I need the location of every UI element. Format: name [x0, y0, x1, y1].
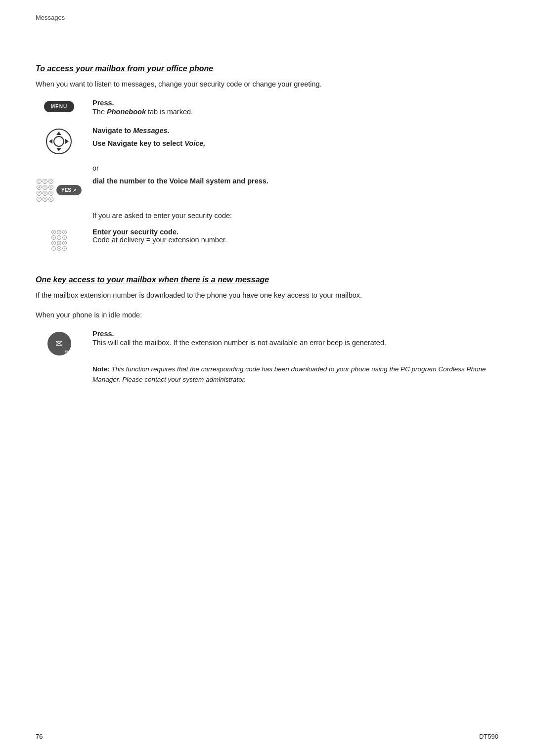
enter-sub: Code at delivery = your extension number… — [92, 236, 498, 244]
nav-arrow-down-icon — [56, 148, 61, 151]
nav-arrow-right-icon — [65, 139, 69, 144]
kd11: 0 — [43, 197, 47, 202]
skd1: 1 — [51, 230, 56, 234]
msg-icon-r: R — [65, 350, 68, 355]
kd10: * — [37, 197, 42, 202]
kd5: 5 — [43, 185, 47, 190]
use-navigate-em: Voice, — [184, 139, 205, 147]
message-icon: ✉ R — [47, 332, 71, 356]
section-access-mailbox: To access your mailbox from your office … — [36, 64, 498, 251]
small-keypad-col: 1 2 3 4 5 6 7 8 9 * 0 # — [36, 228, 83, 251]
note-body: This function requires that the correspo… — [92, 365, 486, 383]
step1-row: MENU Press. The Phonebook tab is marked. — [36, 99, 498, 118]
section2-press-row: ✉ R Press. This will call the mailbox. I… — [36, 330, 498, 356]
note-label: Note: — [92, 365, 110, 373]
note-box: Note: This function requires that the co… — [92, 364, 498, 385]
use-navigate-text: Use Navigate key to select — [92, 139, 184, 147]
section2-press-label: Press. — [92, 330, 498, 338]
skd10: * — [51, 246, 56, 251]
step4-row: 1 2 3 4 5 6 7 8 9 * 0 # — [36, 177, 498, 202]
small-keypad-icon: 1 2 3 4 5 6 7 8 9 * 0 # — [51, 230, 67, 251]
nav-key-icon-col — [36, 127, 83, 155]
step2-navigate-label: Navigate to Messages. — [92, 127, 498, 134]
section-one-key-access: One key access to your mailbox when ther… — [36, 275, 498, 385]
yes-label: YES — [61, 187, 71, 193]
kd2: 2 — [43, 179, 47, 184]
nav-arrow-up-icon — [56, 132, 61, 135]
msg-icon-col: ✉ R — [36, 330, 83, 356]
skd8: 8 — [57, 241, 61, 245]
skd2: 2 — [57, 230, 61, 234]
navigate-to-text: Navigate to — [92, 127, 133, 134]
keypad-grid-icon: 1 2 3 4 5 6 7 8 9 * 0 # — [37, 179, 53, 202]
kd8: 8 — [43, 191, 47, 196]
enter-label: Enter your security code. — [92, 228, 498, 236]
skd7: 7 — [51, 241, 56, 245]
nav-key-center — [53, 136, 64, 147]
if-asked-text: If you are asked to enter your security … — [92, 211, 498, 222]
section1-title: To access your mailbox from your office … — [36, 64, 498, 73]
kd1: 1 — [37, 179, 42, 184]
step1-press-label: Press. — [92, 99, 498, 107]
note-text: Note: This function requires that the co… — [92, 364, 498, 385]
main-content: To access your mailbox from your office … — [36, 64, 498, 400]
page-number-right: DT590 — [479, 733, 498, 740]
skd5: 5 — [57, 235, 61, 240]
skd3: 3 — [62, 230, 67, 234]
step5-text: Enter your security code. Code at delive… — [92, 228, 498, 244]
nav-key-icon — [46, 129, 73, 155]
kd3: 3 — [48, 179, 53, 184]
kd6: 6 — [48, 185, 53, 190]
yes-icon-col: 1 2 3 4 5 6 7 8 9 * 0 # — [36, 177, 83, 202]
page-header-label: Messages — [36, 14, 65, 21]
step3-use-label: Use Navigate key to select Voice, — [92, 139, 498, 147]
section1-intro: When you want to listen to messages, cha… — [36, 79, 498, 90]
skd11: 0 — [57, 246, 61, 251]
menu-icon-col: MENU — [36, 99, 83, 112]
step5-row: 1 2 3 4 5 6 7 8 9 * 0 # Enter your secur… — [36, 228, 498, 251]
section2-press-sub: This will call the mailbox. If the exten… — [92, 338, 498, 349]
kd7: 7 — [37, 191, 42, 196]
step2-text: Navigate to Messages. Use Navigate key t… — [92, 127, 498, 147]
section2-intro2: When your phone is in idle mode: — [36, 310, 498, 321]
yes-button-icon: YES ↗ — [56, 185, 82, 195]
skd6: 6 — [62, 235, 67, 240]
kd9: 9 — [48, 191, 53, 196]
step1-press-em: Phonebook — [107, 108, 146, 116]
section2-intro1: If the mailbox extension number is downl… — [36, 290, 498, 301]
section2-title: One key access to your mailbox when ther… — [36, 275, 498, 284]
yes-keypad-group: 1 2 3 4 5 6 7 8 9 * 0 # — [37, 179, 82, 202]
page-number-left: 76 — [36, 733, 43, 740]
section2-press-text: Press. This will call the mailbox. If th… — [92, 330, 498, 349]
step1-press-sub: The Phonebook tab is marked. — [92, 107, 498, 118]
step2-row: Navigate to Messages. Use Navigate key t… — [36, 127, 498, 155]
skd12: # — [62, 246, 67, 251]
nav-arrow-left-icon — [49, 139, 52, 144]
navigate-em: Messages — [133, 127, 167, 134]
step1-press-end: tab is marked. — [146, 108, 193, 116]
nav-key-outer — [46, 129, 72, 154]
or-text: or — [36, 164, 498, 172]
menu-button-icon: MENU — [44, 101, 74, 112]
yes-arrow-icon: ↗ — [73, 188, 77, 193]
msg-icon-glyph: ✉ — [55, 339, 63, 348]
step4-text: dial the number to the Voice Mail system… — [92, 177, 498, 185]
kd12: # — [48, 197, 53, 202]
skd4: 4 — [51, 235, 56, 240]
skd9: 9 — [62, 241, 67, 245]
kd4: 4 — [37, 185, 42, 190]
step1-press-text: The — [92, 108, 107, 116]
dial-label: dial the number to the Voice Mail system… — [92, 177, 498, 185]
step1-text: Press. The Phonebook tab is marked. — [92, 99, 498, 118]
